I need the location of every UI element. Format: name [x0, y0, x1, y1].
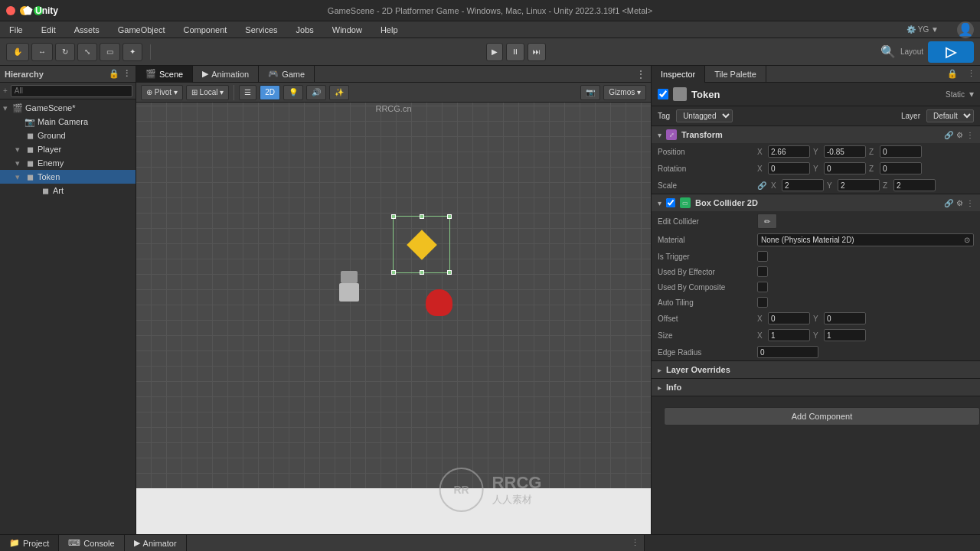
tab-scene[interactable]: 🎬 Scene — [136, 66, 193, 83]
scene-light-btn[interactable]: 💡 — [283, 85, 303, 100]
pos-x-input[interactable] — [768, 145, 810, 158]
size-x-input[interactable] — [768, 329, 810, 341]
scene-gizmos2-btn[interactable]: Gizmos ▾ — [603, 85, 646, 100]
menu-gameobject[interactable]: GameObject — [115, 24, 168, 36]
boxcollider-settings[interactable]: ⚙ — [956, 199, 963, 207]
tab-inspector[interactable]: Inspector — [652, 66, 705, 83]
info-header[interactable]: ▸ Info — [652, 379, 980, 396]
scl-y-input[interactable] — [838, 179, 880, 191]
menu-window[interactable]: Window — [329, 24, 365, 36]
hierarchy-menu[interactable]: ⋮ — [122, 69, 131, 79]
hier-item-ground[interactable]: ◼ Ground — [0, 129, 136, 142]
tab-animation[interactable]: ▶ Animation — [193, 66, 259, 83]
local-btn[interactable]: ⊞ Local ▾ — [186, 85, 229, 100]
menu-edit[interactable]: Edit — [38, 24, 59, 36]
close-button[interactable] — [6, 6, 15, 15]
transform-settings[interactable]: ⚙ — [956, 131, 963, 139]
hierarchy-lock[interactable]: 🔒 — [109, 69, 119, 79]
boxcollider-enable[interactable] — [666, 198, 675, 207]
menu-services[interactable]: Services — [242, 24, 280, 36]
tool-rect[interactable]: ▭ — [100, 43, 120, 61]
tool-scale[interactable]: ⤡ — [77, 43, 97, 61]
tool-transform[interactable]: ✦ — [122, 43, 142, 61]
layer-overrides-header[interactable]: ▸ Layer Overrides — [652, 361, 980, 378]
offset-x-input[interactable] — [768, 312, 810, 324]
tab-animator[interactable]: ▶ Animator — [125, 535, 187, 552]
tab-tile-palette[interactable]: Tile Palette — [705, 66, 766, 83]
transform-menu[interactable]: ⋮ — [966, 131, 974, 139]
hier-item-enemy[interactable]: ▾ ◼ Enemy — [0, 156, 136, 170]
pos-y-input[interactable] — [824, 145, 866, 158]
hier-item-player[interactable]: ▾ ◼ Player — [0, 142, 136, 156]
scl-z-input[interactable] — [893, 179, 936, 191]
boxcollider-header[interactable]: ▾ ▭ Box Collider 2D 🔗 ⚙ ⋮ — [652, 194, 980, 211]
handle-tr[interactable] — [447, 214, 452, 219]
scene-2d-btn[interactable]: 2D — [260, 85, 280, 100]
handle-tl[interactable] — [391, 214, 396, 219]
add-component-btn[interactable]: Add Component — [664, 407, 980, 425]
scene-camera-btn[interactable]: 📷 — [580, 85, 600, 100]
token-object[interactable] — [393, 216, 450, 273]
handle-bl[interactable] — [391, 270, 396, 275]
tool-hand[interactable]: ✋ — [6, 43, 29, 61]
account-icon[interactable]: 👤 — [957, 21, 974, 38]
scene-fx-btn[interactable]: ✨ — [329, 85, 349, 100]
pivot-btn[interactable]: ⊕ Pivot ▾ — [141, 85, 183, 100]
tool-move[interactable]: ↔ — [31, 43, 53, 61]
scene-gizmos-btn[interactable]: ☰ — [239, 85, 256, 100]
used-by-effector-checkbox[interactable] — [757, 266, 768, 277]
scl-x-input[interactable] — [782, 179, 824, 191]
tag-select[interactable]: Untagged — [676, 109, 733, 122]
menu-jobs[interactable]: Jobs — [293, 24, 317, 36]
hier-item-gamescene[interactable]: ▾ 🎬 GameScene* — [0, 101, 136, 115]
rot-x-input[interactable] — [768, 162, 810, 174]
handle-tc[interactable] — [420, 214, 424, 219]
enemy-object[interactable] — [426, 289, 452, 316]
material-field[interactable]: None (Physics Material 2D) ⊙ — [757, 233, 974, 246]
menu-component[interactable]: Component — [180, 24, 230, 36]
inspector-lock[interactable]: 🔒 — [942, 69, 962, 79]
hier-item-art[interactable]: ◼ Art — [0, 184, 136, 197]
step-button[interactable]: ⏭ — [528, 43, 546, 61]
offset-y-input[interactable] — [824, 312, 866, 324]
hier-item-maincamera[interactable]: 📷 Main Camera — [0, 115, 136, 129]
static-dropdown[interactable]: ▾ — [969, 89, 974, 99]
layer-select[interactable]: Default — [926, 109, 974, 122]
size-y-input[interactable] — [824, 329, 866, 341]
project-panel-menu[interactable]: ⋮ — [626, 538, 644, 548]
scene-audio-btn[interactable]: 🔊 — [306, 85, 326, 100]
tab-project[interactable]: 📁 Project — [0, 535, 59, 552]
used-by-composite-checkbox[interactable] — [757, 282, 768, 292]
menu-assets[interactable]: Assets — [71, 24, 103, 36]
boxcollider-link[interactable]: 🔗 — [944, 199, 953, 207]
transform-link[interactable]: 🔗 — [944, 131, 953, 139]
handle-br[interactable] — [447, 270, 452, 275]
object-active-toggle[interactable] — [658, 89, 668, 99]
add-icon[interactable]: + — [3, 86, 8, 95]
transform-header[interactable]: ▾ ⤢ Transform 🔗 ⚙ ⋮ — [652, 126, 980, 143]
is-trigger-checkbox[interactable] — [757, 251, 768, 262]
hier-item-token[interactable]: ▾ ◼ Token — [0, 170, 136, 184]
rot-y-input[interactable] — [824, 162, 866, 174]
scene-canvas[interactable]: RRCG.cn — [136, 103, 651, 534]
tool-rotate[interactable]: ↻ — [55, 43, 75, 61]
auto-tiling-checkbox[interactable] — [757, 297, 768, 308]
search-icon[interactable]: 🔍 — [880, 44, 896, 59]
pause-button[interactable]: ⏸ — [506, 43, 524, 61]
pos-z-input[interactable] — [880, 145, 922, 158]
player-object[interactable] — [339, 271, 359, 302]
hier-ground-label: Ground — [38, 131, 66, 140]
tab-console[interactable]: ⌨ Console — [59, 535, 124, 552]
inspector-menu[interactable]: ⋮ — [962, 69, 980, 79]
menu-help[interactable]: Help — [377, 24, 401, 36]
menu-file[interactable]: File — [6, 24, 26, 36]
hierarchy-search[interactable] — [11, 85, 132, 97]
edge-radius-input[interactable] — [757, 346, 818, 358]
play-button[interactable]: ▶ — [486, 43, 503, 61]
handle-bc[interactable] — [420, 270, 424, 275]
tab-game[interactable]: 🎮 Game — [259, 66, 315, 83]
edit-collider-btn[interactable]: ✏ — [757, 214, 777, 229]
scene-panel-menu[interactable]: ⋮ — [631, 68, 651, 80]
rot-z-input[interactable] — [880, 162, 922, 174]
boxcollider-menu[interactable]: ⋮ — [966, 199, 974, 207]
